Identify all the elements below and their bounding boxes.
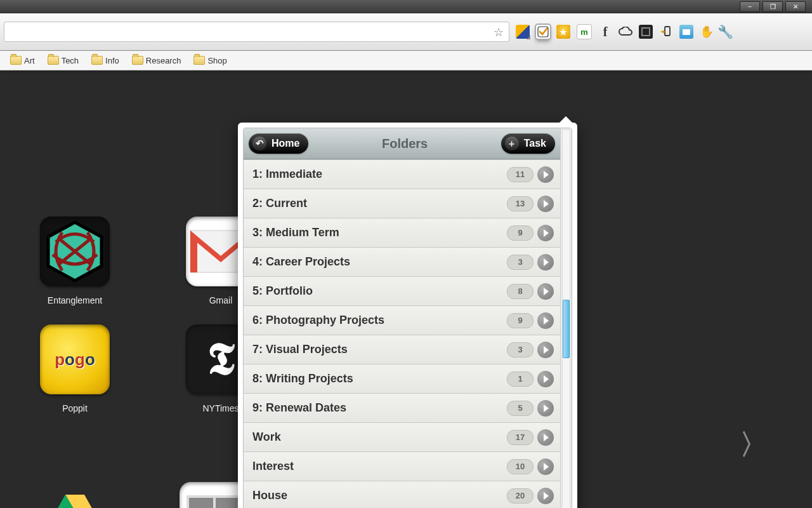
app-label: NYTimes (202, 403, 239, 413)
bookmark-folder-tech[interactable]: Tech (43, 54, 84, 67)
extension-icon-m[interactable]: m (577, 24, 592, 39)
tasks-popup: ↶ Home Folders ＋ Task 1: Immediate11 2: … (238, 123, 577, 508)
count-badge: 3 (507, 342, 534, 358)
back-arrow-icon: ↶ (252, 137, 266, 150)
folder-row[interactable]: 4: Career Projects3 (244, 248, 560, 277)
folder-icon (48, 56, 59, 65)
popup-scrollbar[interactable] (560, 128, 572, 508)
scrollbar-thumb[interactable] (563, 300, 570, 358)
bookmark-folder-info[interactable]: Info (86, 54, 124, 67)
extension-icon-square[interactable] (639, 25, 653, 39)
folder-row[interactable]: Work17 (244, 423, 560, 452)
chevron-right-icon (537, 166, 554, 183)
extension-icons: ★ m f ✋ (516, 24, 714, 39)
folder-row[interactable]: 3: Medium Term9 (244, 218, 560, 248)
bookmark-folder-research[interactable]: Research (127, 54, 187, 67)
window-minimize-button[interactable]: – (740, 1, 760, 12)
folder-row[interactable]: 6: Photography Projects9 (244, 306, 560, 335)
plus-icon: ＋ (505, 137, 519, 150)
chevron-right-icon (537, 254, 554, 271)
bookmark-folder-art[interactable]: Art (5, 54, 40, 67)
count-badge: 13 (507, 196, 534, 211)
count-badge: 20 (507, 488, 534, 504)
count-badge: 1 (507, 371, 534, 387)
extension-icon-hand[interactable]: ✋ (700, 25, 714, 39)
folder-list: 1: Immediate11 2: Current13 3: Medium Te… (244, 159, 560, 508)
settings-wrench-icon[interactable]: 🔧 (717, 24, 733, 39)
bookmarks-bar: Art Tech Info Research Shop (0, 51, 812, 70)
chevron-right-icon (537, 429, 554, 446)
extension-icon-star[interactable]: ★ (556, 25, 570, 39)
folder-icon (10, 56, 22, 65)
app-label: Gmail (209, 295, 233, 305)
extension-icon-f[interactable]: f (598, 25, 612, 39)
extension-icon-1[interactable] (516, 25, 530, 39)
count-badge: 8 (507, 284, 534, 299)
folder-icon (132, 56, 143, 65)
count-badge: 9 (507, 225, 534, 241)
folder-row[interactable]: 8: Writing Projects1 (244, 364, 560, 394)
chevron-right-icon (537, 488, 554, 504)
next-page-arrow[interactable]: 〉 (740, 426, 768, 464)
count-badge: 11 (507, 167, 534, 182)
svg-marker-6 (190, 231, 197, 272)
app-entanglement[interactable]: Entanglement (11, 217, 138, 305)
chevron-right-icon (537, 371, 554, 387)
chevron-right-icon (537, 225, 554, 241)
chevron-right-icon (537, 342, 554, 358)
chevron-right-icon (537, 458, 554, 475)
folder-icon (91, 56, 103, 65)
extension-icon-window[interactable] (679, 25, 693, 39)
window-maximize-button[interactable]: ❐ (763, 1, 783, 12)
app-label: Poppit (62, 403, 88, 413)
window-titlebar: – ❐ ✕ (0, 0, 812, 13)
count-badge: 17 (507, 430, 534, 445)
folder-row[interactable]: Interest10 (244, 452, 560, 481)
folder-row[interactable]: 9: Renewal Dates5 (244, 394, 560, 423)
app-poppit[interactable]: pogo Poppit (11, 324, 138, 413)
window-close-button[interactable]: ✕ (785, 1, 806, 12)
popup-title: Folders (382, 137, 428, 151)
count-badge: 10 (507, 459, 534, 474)
count-badge: 9 (507, 313, 534, 328)
folder-row[interactable]: 7: Visual Projects3 (244, 335, 560, 364)
app-icon-entanglement (40, 217, 110, 286)
count-badge: 3 (507, 255, 534, 270)
extension-icon-phone[interactable] (659, 25, 673, 39)
folder-icon (193, 56, 205, 65)
app-label: Entanglement (48, 295, 102, 305)
new-tab-content: Entanglement Gmail pogo Poppit 𝕿 NYTi (0, 70, 812, 508)
svg-rect-1 (665, 27, 670, 36)
chevron-right-icon (537, 312, 554, 329)
chevron-right-icon (537, 196, 554, 212)
home-button[interactable]: ↶ Home (249, 133, 308, 154)
extension-icon-tasks[interactable] (536, 25, 550, 39)
add-task-button[interactable]: ＋ Task (501, 133, 555, 154)
bookmark-folder-shop[interactable]: Shop (188, 54, 232, 67)
bookmark-star-icon[interactable]: ☆ (494, 25, 504, 39)
folder-row[interactable]: 2: Current13 (244, 189, 560, 218)
app-icon-drive (40, 482, 110, 508)
folder-row[interactable]: 1: Immediate11 (244, 159, 560, 189)
extension-icon-cloud[interactable] (619, 25, 632, 39)
browser-toolbar: ☆ ★ m f ✋ 🔧 (0, 13, 812, 51)
app-icon-poppit: pogo (40, 324, 110, 394)
app-drive-partial[interactable] (11, 482, 138, 508)
chevron-right-icon (537, 283, 554, 300)
chevron-right-icon (537, 400, 554, 417)
count-badge: 5 (507, 401, 534, 416)
popup-header: ↶ Home Folders ＋ Task (244, 128, 560, 159)
address-bar[interactable]: ☆ (4, 22, 509, 42)
folder-row[interactable]: House20 (244, 481, 560, 508)
folder-row[interactable]: 5: Portfolio8 (244, 277, 560, 306)
